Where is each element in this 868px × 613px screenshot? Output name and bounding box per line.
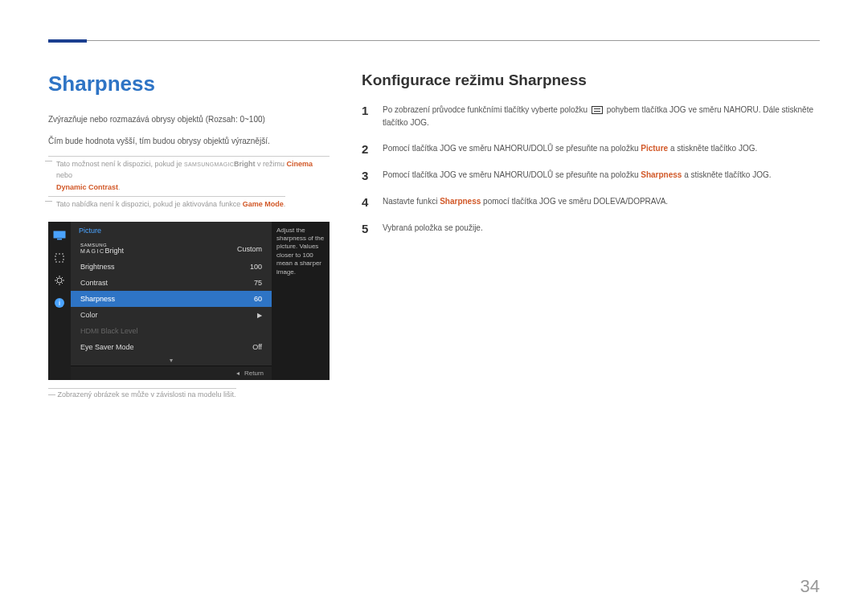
osd-label-contrast: Contrast bbox=[80, 279, 108, 287]
step-1: 1 Po zobrazení průvodce funkčními tlačít… bbox=[362, 104, 820, 129]
svg-text:i: i bbox=[59, 299, 60, 307]
osd-row-brightness: Brightness 100 bbox=[71, 259, 272, 275]
samsung-prefix: SAMSUNG bbox=[184, 161, 215, 167]
note2-end: . bbox=[284, 200, 286, 208]
note-cinema: Tato možnost není k dispozici, pokud je … bbox=[48, 156, 330, 193]
osd-row-hdmi: HDMI Black Level bbox=[71, 323, 272, 339]
svg-rect-2 bbox=[55, 254, 63, 262]
osd-row-eyesaver: Eye Saver Mode Off bbox=[71, 339, 272, 355]
sidebar-gear-icon bbox=[51, 272, 68, 289]
desc-range: Zvýrazňuje nebo rozmazává obrysy objektů… bbox=[48, 112, 330, 126]
svg-rect-1 bbox=[57, 239, 62, 240]
step-text-1: Po zobrazení průvodce funkčními tlačítky… bbox=[383, 104, 820, 129]
step3-post: a stiskněte tlačítko JOG. bbox=[682, 170, 771, 179]
cinema-kw: Cinema bbox=[287, 160, 313, 168]
osd-label-color: Color bbox=[80, 311, 98, 319]
step-text-5: Vybraná položka se použije. bbox=[383, 222, 483, 235]
osd-row-contrast: Contrast 75 bbox=[71, 275, 272, 291]
step2-pre: Pomocí tlačítka JOG ve směru NAHORU/DOLŮ… bbox=[383, 144, 641, 153]
page-number: 34 bbox=[800, 576, 820, 597]
osd-return-label: Return bbox=[244, 370, 264, 377]
svg-point-3 bbox=[57, 278, 62, 283]
step4-kw: Sharpness bbox=[440, 197, 481, 206]
sidebar-frame-icon bbox=[51, 249, 68, 267]
step2-kw: Picture bbox=[641, 144, 668, 153]
osd-value-contrast: 75 bbox=[254, 279, 262, 287]
step1-pre: Po zobrazení průvodce funkčními tlačítky… bbox=[383, 105, 590, 114]
step-num-4: 4 bbox=[362, 195, 373, 209]
step-text-2: Pomocí tlačítka JOG ve směru NAHORU/DOLŮ… bbox=[383, 142, 757, 155]
step2-post: a stiskněte tlačítko JOG. bbox=[668, 144, 757, 153]
step-num-1: 1 bbox=[362, 104, 373, 117]
osd-bottom-bar: ◂ Return bbox=[71, 366, 272, 380]
osd-value-magicbright: Custom bbox=[237, 245, 262, 253]
magic-prefix: MAGIC bbox=[215, 161, 234, 167]
steps-list: 1 Po zobrazení průvodce funkčními tlačít… bbox=[362, 104, 820, 235]
osd-down-indicator: ▾ bbox=[71, 355, 272, 366]
game-mode-kw: Game Mode bbox=[243, 200, 284, 208]
step4-post: pomocí tlačítka JOG ve směru DOLEVA/DOPR… bbox=[481, 197, 668, 206]
osd-label-hdmi: HDMI Black Level bbox=[80, 327, 138, 335]
osd-header: Picture bbox=[71, 222, 272, 239]
osd-label-magicbright: SAMSUNG MAGICBright bbox=[80, 243, 124, 255]
osd-screenshot: i Picture SAMSUNG MAGICBright Custom Bri… bbox=[48, 222, 330, 381]
step5-pre: Vybraná položka se použije. bbox=[383, 223, 483, 232]
sidebar-info-icon: i bbox=[51, 294, 68, 312]
osd-value-brightness: 100 bbox=[250, 263, 262, 271]
step-text-3: Pomocí tlačítka JOG ve směru NAHORU/DOLŮ… bbox=[383, 169, 772, 182]
osd-label-sharpness: Sharpness bbox=[80, 295, 115, 303]
section-title: Sharpness bbox=[48, 72, 330, 96]
step3-pre: Pomocí tlačítka JOG ve směru NAHORU/DOLŮ… bbox=[383, 170, 641, 179]
osd-sidebar: i bbox=[48, 222, 71, 381]
step-num-3: 3 bbox=[362, 169, 373, 182]
magic-bright: Bright bbox=[234, 160, 256, 168]
config-title: Konfigurace režimu Sharpness bbox=[362, 72, 820, 89]
step-text-4: Nastavte funkci Sharpness pomocí tlačítk… bbox=[383, 195, 668, 208]
note1-end: . bbox=[118, 183, 121, 191]
osd-label-eyesaver: Eye Saver Mode bbox=[80, 343, 134, 351]
dynamic-contrast-kw: Dynamic Contrast bbox=[56, 183, 118, 191]
step-3: 3 Pomocí tlačítka JOG ve směru NAHORU/DO… bbox=[362, 169, 820, 182]
magic-label: MAGIC bbox=[80, 248, 104, 254]
step-2: 2 Pomocí tlačítka JOG ve směru NAHORU/DO… bbox=[362, 142, 820, 156]
osd-value-eyesaver: Off bbox=[252, 343, 262, 351]
note1-or: nebo bbox=[56, 171, 72, 179]
osd-value-sharpness: 60 bbox=[254, 295, 262, 303]
note1-mid: v režimu bbox=[256, 160, 287, 168]
note1-pre: Tato možnost není k dispozici, pokud je bbox=[56, 160, 184, 168]
osd-row-sharpness: Sharpness 60 bbox=[71, 291, 272, 307]
osd-label-brightness: Brightness bbox=[80, 263, 115, 271]
osd-row-magicbright: SAMSUNG MAGICBright Custom bbox=[71, 239, 272, 260]
svg-rect-0 bbox=[54, 231, 65, 238]
osd-value-color: ▶ bbox=[257, 312, 262, 319]
osd-caption: Zobrazený obrázek se může v závislosti n… bbox=[48, 388, 236, 398]
osd-row-color: Color ▶ bbox=[71, 307, 272, 323]
note-gamemode: Tato nabídka není k dispozici, pokud je … bbox=[48, 196, 285, 210]
note2-pre: Tato nabídka není k dispozici, pokud je … bbox=[56, 200, 243, 208]
sidebar-monitor-icon bbox=[51, 227, 68, 244]
step-num-5: 5 bbox=[362, 222, 373, 235]
step-4: 4 Nastavte funkci Sharpness pomocí tlačí… bbox=[362, 195, 820, 209]
step3-kw: Sharpness bbox=[641, 170, 682, 179]
osd-main: Picture SAMSUNG MAGICBright Custom Brigh… bbox=[71, 222, 272, 381]
step-num-2: 2 bbox=[362, 142, 373, 156]
osd-back-arrow-icon: ◂ bbox=[236, 370, 240, 377]
step-5: 5 Vybraná položka se použije. bbox=[362, 222, 820, 235]
step4-pre: Nastavte funkci bbox=[383, 197, 440, 206]
desc-effect: Čím bude hodnota vyšší, tím budou obrysy… bbox=[48, 134, 330, 148]
osd-info-panel: Adjust the sharpness of the picture. Val… bbox=[272, 222, 330, 381]
menu-icon bbox=[592, 106, 603, 114]
bright-label: Bright bbox=[104, 247, 124, 255]
top-rule bbox=[48, 40, 820, 41]
